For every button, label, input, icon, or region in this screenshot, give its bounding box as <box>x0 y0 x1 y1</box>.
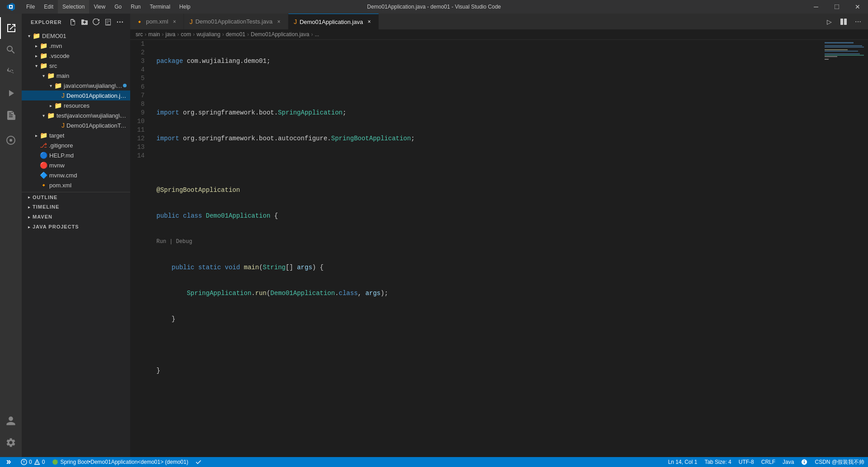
tab-pom-xml[interactable]: 🔸 pom.xml × <box>130 14 184 29</box>
sidebar-title: EXPLORER <box>31 19 62 25</box>
tree-item-gitignore[interactable]: ⎇ .gitignore <box>22 140 130 150</box>
tree-item-vscode[interactable]: ▸ 📁 .vscode <box>22 51 130 61</box>
breadcrumb-part[interactable]: ... <box>315 31 319 38</box>
tab-actions: ▷ ⋯ <box>823 15 868 28</box>
tree-item-mvnw-cmd[interactable]: 🔷 mvnw.cmd <box>22 170 130 180</box>
folder-icon: 📁 <box>40 42 47 49</box>
tree-item-pom-xml[interactable]: 🔸 pom.xml <box>22 180 130 190</box>
folder-icon: 📁 <box>47 112 55 119</box>
activity-settings[interactable] <box>0 432 22 453</box>
activity-explorer[interactable] <box>0 17 22 39</box>
tab-close-button[interactable]: × <box>366 18 373 25</box>
timeline-section[interactable]: ▸ TIMELINE <box>22 202 130 212</box>
refresh-button[interactable] <box>91 17 101 27</box>
folder-icon: 📁 <box>47 72 55 79</box>
tab-label: Demo01ApplicationTests.java <box>195 18 273 25</box>
tab-close-button[interactable]: × <box>275 18 283 25</box>
activity-remote[interactable] <box>0 129 22 151</box>
restore-button[interactable] <box>826 0 847 14</box>
tree-item-demo01-tests[interactable]: J Demo01ApplicationTests.java <box>22 120 130 130</box>
menu-help[interactable]: Help <box>175 0 195 14</box>
run-button[interactable]: ▷ <box>823 15 835 28</box>
chevron-icon: ▸ <box>25 205 33 210</box>
more-actions-button[interactable]: ⋯ <box>852 15 864 28</box>
new-folder-button[interactable] <box>80 17 90 27</box>
status-checkmark[interactable] <box>192 457 205 467</box>
menu-file[interactable]: File <box>22 0 39 14</box>
line-numbers: 1 2 3 4 5 6 7 8 9 10 11 12 13 14 <box>130 40 153 457</box>
split-editor-button[interactable] <box>837 15 850 28</box>
tree-item-test[interactable]: ▾ 📁 test\java\com\wujialiang\demo01 <box>22 110 130 120</box>
folder-icon: 📁 <box>33 32 40 39</box>
tree-item-target[interactable]: ▸ 📁 target <box>22 130 130 140</box>
java-projects-section[interactable]: ▸ JAVA PROJECTS <box>22 222 130 232</box>
breadcrumb-part[interactable]: Demo01Application.java <box>251 31 309 38</box>
activity-bar <box>0 14 22 457</box>
close-button[interactable]: ✕ <box>847 0 868 14</box>
breadcrumb-part[interactable]: src <box>136 31 143 38</box>
maven-section[interactable]: ▸ MAVEN <box>22 212 130 222</box>
chevron-icon: ▸ <box>25 224 33 229</box>
status-spring-boot[interactable]: Spring Boot•Demo01Application<demo01> (d… <box>48 457 192 467</box>
tree-item-help-md[interactable]: 🔵 HELP.md <box>22 150 130 160</box>
menu-terminal[interactable]: Terminal <box>145 0 175 14</box>
menu-selection[interactable]: Selection <box>58 0 89 14</box>
status-errors[interactable]: 0 0 <box>17 457 48 467</box>
activity-search[interactable] <box>0 39 22 61</box>
status-language[interactable]: Java <box>779 457 797 467</box>
status-notifications[interactable] <box>797 457 811 467</box>
tab-close-button[interactable]: × <box>171 18 178 25</box>
activity-accounts[interactable] <box>0 410 22 432</box>
breadcrumb-part[interactable]: java <box>165 31 175 38</box>
more-actions-button[interactable]: ⋯ <box>115 17 125 27</box>
menu-edit[interactable]: Edit <box>39 0 58 14</box>
outline-section[interactable]: ▸ OUTLINE <box>22 192 130 202</box>
code-line-7: public class Demo01Application { <box>156 212 823 220</box>
menu-run[interactable]: Run <box>126 0 145 14</box>
code-line-12 <box>156 341 823 349</box>
menu-go[interactable]: Go <box>110 0 126 14</box>
menu-view[interactable]: View <box>89 0 110 14</box>
activity-extensions[interactable] <box>0 104 22 126</box>
status-eol[interactable]: CRLF <box>758 457 779 467</box>
code-editor[interactable]: 1 2 3 4 5 6 7 8 9 10 11 12 13 14 package… <box>130 40 868 457</box>
window-controls: ✕ <box>806 0 868 14</box>
tree-item-java-package[interactable]: ▾ 📁 java\com\wujialiang\demo01 <box>22 81 130 91</box>
tree-item-src[interactable]: ▾ 📁 src <box>22 61 130 71</box>
status-csdn-label: CSDN @假装我不帅 <box>815 458 864 466</box>
status-tab-size-label: Tab Size: 4 <box>704 459 731 465</box>
svg-rect-1 <box>835 5 839 9</box>
tab-demo01-tests[interactable]: J Demo01ApplicationTests.java × <box>184 14 288 29</box>
tree-item-label: target <box>49 132 64 139</box>
chevron-icon: ▾ <box>25 33 33 38</box>
breadcrumb-separator: › <box>145 31 146 38</box>
code-content[interactable]: package com.wujialiang.demo01; import or… <box>153 40 823 457</box>
tab-demo01-app[interactable]: J Demo01Application.java × <box>288 14 379 29</box>
status-csdn[interactable]: CSDN @假装我不帅 <box>811 457 868 467</box>
tree-item-mvn[interactable]: ▸ 📁 .mvn <box>22 41 130 51</box>
new-file-button[interactable] <box>68 17 78 27</box>
tree-item-main[interactable]: ▾ 📁 main <box>22 71 130 81</box>
minimize-button[interactable] <box>806 0 826 14</box>
java-file-icon: J <box>61 92 65 99</box>
activity-run[interactable] <box>0 82 22 104</box>
status-language-label: Java <box>783 459 794 465</box>
tree-item-label: src <box>49 62 57 69</box>
breadcrumb-part[interactable]: main <box>148 31 160 38</box>
status-tab-size[interactable]: Tab Size: 4 <box>701 457 735 467</box>
status-encoding[interactable]: UTF-8 <box>735 457 758 467</box>
chevron-icon: ▸ <box>47 103 54 108</box>
tree-item-mvnw[interactable]: 🔴 mvnw <box>22 160 130 170</box>
tree-item-resources[interactable]: ▸ 📁 resources <box>22 100 130 110</box>
collapse-all-button[interactable] <box>103 17 113 27</box>
status-position[interactable]: Ln 14, Col 1 <box>665 457 701 467</box>
breadcrumb-part[interactable]: demo01 <box>226 31 245 38</box>
tree-item-demo01-app[interactable]: J Demo01Application.java <box>22 91 130 100</box>
tree-item-label: main <box>57 72 69 79</box>
tree-item-demo01[interactable]: ▾ 📁 DEMO01 <box>22 31 130 41</box>
chevron-icon: ▸ <box>33 53 40 58</box>
breadcrumb-part[interactable]: wujialiang <box>197 31 221 38</box>
status-remote[interactable] <box>0 457 17 467</box>
activity-source-control[interactable] <box>0 61 22 82</box>
breadcrumb-part[interactable]: com <box>181 31 191 38</box>
